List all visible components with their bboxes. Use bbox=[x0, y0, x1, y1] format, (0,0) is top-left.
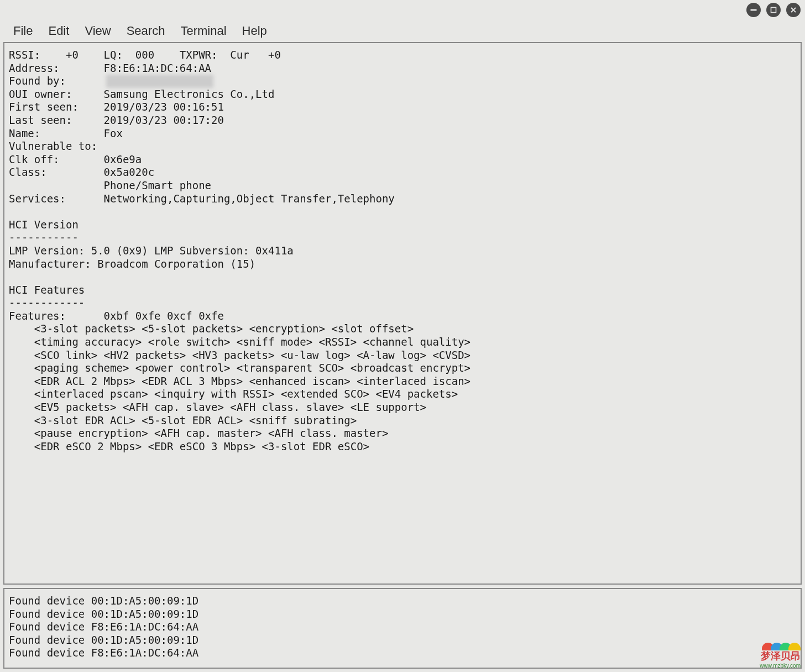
maximize-button[interactable] bbox=[766, 3, 781, 17]
log-line: Found device 00:1D:A5:00:09:1D bbox=[9, 608, 198, 620]
close-icon bbox=[790, 7, 797, 13]
section-header: HCI Features bbox=[9, 284, 85, 296]
output-line: <SCO link> <HV2 packets> <HV3 packets> <… bbox=[9, 349, 471, 361]
main-output-pane[interactable]: RSSI: +0 LQ: 000 TXPWR: Cur +0 Address: … bbox=[3, 42, 802, 585]
output-line: <interlaced pscan> <inquiry with RSSI> <… bbox=[9, 388, 458, 400]
output-line: LMP Version: 5.0 (0x9) LMP Subversion: 0… bbox=[9, 244, 294, 257]
log-line: Found device 00:1D:A5:00:09:1D bbox=[9, 595, 198, 607]
output-line: <pause encryption> <AFH cap. master> <AF… bbox=[9, 427, 388, 439]
output-line: Class: 0x5a020c bbox=[9, 166, 154, 178]
output-line: Last seen: 2019/03/23 00:17:20 bbox=[9, 114, 224, 126]
content-area: RSSI: +0 LQ: 000 TXPWR: Cur +0 Address: … bbox=[0, 42, 805, 672]
menu-search[interactable]: Search bbox=[119, 20, 173, 41]
close-button[interactable] bbox=[786, 3, 801, 17]
menu-file[interactable]: File bbox=[6, 20, 40, 41]
svg-rect-0 bbox=[751, 9, 756, 11]
redacted-found-by: XX:XX:XX:XX:XX:XX bbox=[106, 75, 213, 88]
terminal-window: File Edit View Search Terminal Help RSSI… bbox=[0, 0, 805, 672]
maximize-icon bbox=[770, 7, 777, 13]
log-line: Found device F8:E6:1A:DC:64:AA bbox=[9, 647, 198, 659]
output-line: Features: 0xbf 0xfe 0xcf 0xfe bbox=[9, 310, 224, 322]
output-line: Address: F8:E6:1A:DC:64:AA bbox=[9, 62, 211, 74]
menu-edit[interactable]: Edit bbox=[40, 20, 77, 41]
output-line: <EV5 packets> <AFH cap. slave> <AFH clas… bbox=[9, 401, 426, 413]
menubar: File Edit View Search Terminal Help bbox=[0, 20, 805, 42]
output-line: <EDR ACL 2 Mbps> <EDR ACL 3 Mbps> <enhan… bbox=[9, 375, 471, 387]
output-line: First seen: 2019/03/23 00:16:51 bbox=[9, 101, 224, 113]
output-line: Found by: bbox=[9, 75, 104, 87]
output-line: OUI owner: Samsung Electronics Co.,Ltd bbox=[9, 88, 274, 100]
output-line: Clk off: 0x6e9a bbox=[9, 153, 142, 165]
section-separator: ----------- bbox=[9, 231, 79, 243]
minimize-button[interactable] bbox=[746, 3, 761, 17]
section-separator: ------------ bbox=[9, 296, 85, 309]
output-line: <timing accuracy> <role switch> <sniff m… bbox=[9, 336, 471, 348]
output-line: RSSI: +0 LQ: 000 TXPWR: Cur +0 bbox=[9, 49, 281, 61]
log-line: Found device 00:1D:A5:00:09:1D bbox=[9, 634, 198, 646]
menu-help[interactable]: Help bbox=[234, 20, 275, 41]
output-line: Vulnerable to: bbox=[9, 140, 97, 152]
minimize-icon bbox=[750, 7, 757, 13]
output-line: <paging scheme> <power control> <transpa… bbox=[9, 362, 471, 374]
output-line: <EDR eSCO 2 Mbps> <EDR eSCO 3 Mbps> <3-s… bbox=[9, 440, 369, 452]
titlebar bbox=[0, 0, 805, 20]
menu-view[interactable]: View bbox=[77, 20, 118, 41]
log-output-pane[interactable]: Found device 00:1D:A5:00:09:1D Found dev… bbox=[3, 588, 802, 669]
svg-rect-1 bbox=[771, 8, 776, 13]
output-line: <3-slot EDR ACL> <5-slot EDR ACL> <sniff… bbox=[9, 414, 357, 426]
output-line: <3-slot packets> <5-slot packets> <encry… bbox=[9, 322, 414, 335]
output-line: Name: Fox bbox=[9, 127, 123, 139]
output-line: Services: Networking,Capturing,Object Tr… bbox=[9, 192, 395, 205]
menu-terminal[interactable]: Terminal bbox=[172, 20, 234, 41]
output-line: Phone/Smart phone bbox=[9, 179, 211, 191]
output-line: Manufacturer: Broadcom Corporation (15) bbox=[9, 258, 255, 270]
log-line: Found device F8:E6:1A:DC:64:AA bbox=[9, 621, 198, 633]
section-header: HCI Version bbox=[9, 218, 79, 231]
